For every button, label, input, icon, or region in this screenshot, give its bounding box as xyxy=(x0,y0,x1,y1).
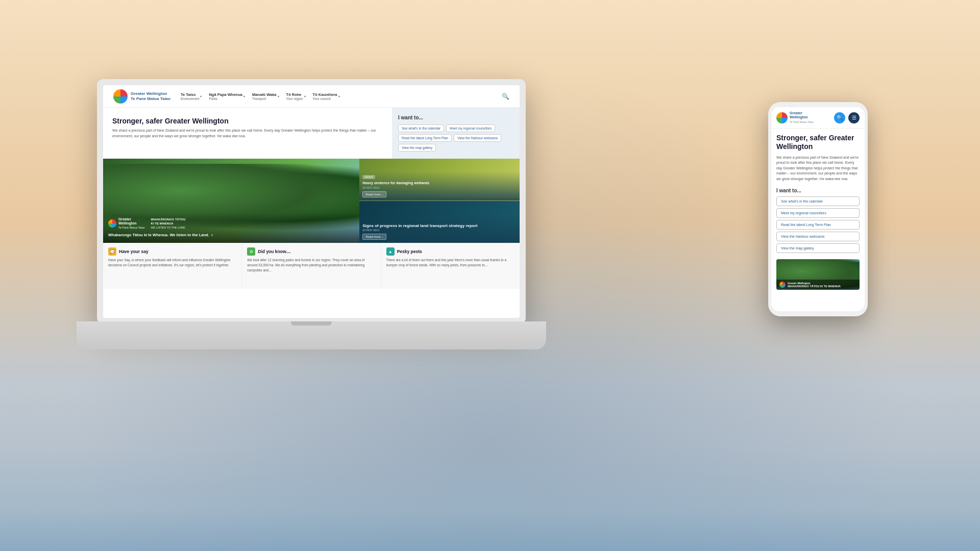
arrow-right-icon: › xyxy=(382,193,383,196)
news-date-2: 23 NOV 2021 xyxy=(362,229,517,232)
hero-cta-text: Whakarongo Tātou ki te Whenua. We listen… xyxy=(108,233,209,237)
info-card-header-1: 💬 Have your say xyxy=(108,247,236,256)
mobile-bezel: GreaterWellingtonTe Pane Matua Taiao 🔍 ☰… xyxy=(768,102,868,316)
logo-tagline: Te Pane Matua Taiao xyxy=(131,96,170,102)
i-want-label: I want to... xyxy=(398,115,513,120)
news-title-1: Heavy sentence for damaging wetlands xyxy=(362,181,517,185)
quick-link-long-term-plan[interactable]: Read the latest Long Term Plan xyxy=(398,134,452,142)
info-card-title-2: Did you know.... xyxy=(258,249,290,254)
hero-image-overlay: GreaterWellingtonTe Pane Matua Taiao WHA… xyxy=(103,212,359,243)
hero-cta[interactable]: Whakarongo Tātou ki te Whenua. We listen… xyxy=(108,232,354,238)
news-card-1-overlay: NEWS Heavy sentence for damaging wetland… xyxy=(359,159,520,201)
mobile-link-councillors[interactable]: Meet my regional councillors xyxy=(776,208,860,218)
arrow-right-icon-2: › xyxy=(382,235,383,238)
info-cards-row: 💬 Have your say Have your Say, is where … xyxy=(103,243,520,289)
quick-link-webcams[interactable]: View the Harbour webcams xyxy=(454,134,501,142)
nav-items: Te Taiso Environment ▾ Ngā Papa Whenua P… xyxy=(181,92,492,101)
nav-item-parks[interactable]: Ngā Papa Whenua Parks ▾ xyxy=(209,92,244,101)
mobile-link-long-term-plan[interactable]: Read the latest Long Term Plan xyxy=(776,220,860,230)
quick-link-map-gallery[interactable]: View the map gallery xyxy=(398,144,436,152)
mobile-quick-links: See what's in the calendar Meet my regio… xyxy=(776,196,860,253)
laptop-screen: Greater Wellington Te Pane Matua Taiao T… xyxy=(103,85,520,318)
hero-logo-text: GreaterWellingtonTe Pane Matua Taiao xyxy=(118,217,145,230)
quick-links: See what's in the calendar Meet my regio… xyxy=(398,124,513,152)
mobile-navigation: GreaterWellingtonTe Pane Matua Taiao 🔍 ☰ xyxy=(771,107,865,129)
mobile-nav-icons: 🔍 ☰ xyxy=(834,112,860,123)
hero-section: Stronger, safer Greater Wellington We sh… xyxy=(103,108,520,318)
nav-sub-council: Your council xyxy=(313,97,337,101)
laptop-base xyxy=(77,321,546,349)
hero-images-row: GreaterWellingtonTe Pane Matua Taiao WHA… xyxy=(103,159,520,243)
nav-sub-environment: Environment xyxy=(181,97,200,101)
logo-name: Greater Wellington xyxy=(131,91,170,96)
mobile-logo[interactable]: GreaterWellingtonTe Pane Matua Taiao xyxy=(776,111,814,124)
did-you-know-icon: ⚙ xyxy=(247,247,255,256)
i-want-to-panel: I want to... See what's in the calendar … xyxy=(392,108,520,159)
info-card-have-your-say[interactable]: 💬 Have your say Have your Say, is where … xyxy=(103,243,242,289)
nav-label-region: Tō Rohe xyxy=(286,92,303,97)
mobile-logo-circle-icon xyxy=(776,112,788,123)
nav-item-transport[interactable]: Manatū Waka Transport ▾ xyxy=(252,92,279,101)
hero-title: Stronger, safer Greater Wellington xyxy=(112,117,383,125)
nav-label-parks: Ngā Papa Whenua xyxy=(209,92,242,97)
read-more-label-2: Read more xyxy=(365,235,381,238)
hero-main-image[interactable]: GreaterWellingtonTe Pane Matua Taiao WHA… xyxy=(103,159,359,243)
info-card-text-1: Have your Say, is where your feedback wi… xyxy=(108,258,236,268)
logo-circle-icon xyxy=(113,89,128,104)
logo-text-block: Greater Wellington Te Pane Matua Taiao xyxy=(131,91,170,101)
news-cards-column: NEWS Heavy sentence for damaging wetland… xyxy=(359,159,520,243)
nav-sub-transport: Transport xyxy=(252,97,277,101)
info-card-title-1: Have your say xyxy=(119,249,149,254)
news-card-wetlands[interactable]: NEWS Heavy sentence for damaging wetland… xyxy=(359,159,520,201)
read-more-label-1: Read more xyxy=(365,193,381,196)
nav-sub-region: Your region xyxy=(286,97,303,101)
search-icon[interactable]: 🔍 xyxy=(502,93,509,100)
read-more-button-1[interactable]: Read more › xyxy=(362,191,386,197)
info-card-header-2: ⚙ Did you know.... xyxy=(247,247,375,256)
nav-item-region[interactable]: Tō Rohe Your region ▾ xyxy=(286,92,306,101)
chevron-down-icon-parks: ▾ xyxy=(243,94,245,98)
mobile-screen: GreaterWellingtonTe Pane Matua Taiao 🔍 ☰… xyxy=(771,107,865,311)
mobile-hero-title: Stronger, safer Greater Wellington xyxy=(776,134,860,151)
chevron-down-icon-transport: ▾ xyxy=(278,94,279,98)
mobile-search-button[interactable]: 🔍 xyxy=(834,112,845,123)
nav-label-transport: Manatū Waka xyxy=(252,92,277,97)
quick-link-councillors[interactable]: Meet my regional councillors xyxy=(446,124,495,132)
read-more-button-2[interactable]: Read more › xyxy=(362,234,386,240)
mobile-link-calendar[interactable]: See what's in the calendar xyxy=(776,196,860,206)
background-water xyxy=(0,449,980,551)
quick-link-calendar[interactable]: See what's in the calendar xyxy=(398,124,444,132)
mobile-hero-body: We share a precious part of New Zealand … xyxy=(776,155,860,182)
nav-item-council[interactable]: Tō Kaunihera Your council ▾ xyxy=(313,92,340,101)
nav-item-environment[interactable]: Te Taiso Environment ▾ xyxy=(181,92,202,101)
info-card-pesky-pests[interactable]: ▲ Pesky pests There are a lot of them ou… xyxy=(381,243,520,289)
chevron-down-icon: ▾ xyxy=(200,94,202,98)
info-card-title-3: Pesky pests xyxy=(397,249,422,254)
hero-text-area: Stronger, safer Greater Wellington We sh… xyxy=(103,108,392,159)
chevron-down-icon-region: ▾ xyxy=(304,94,306,98)
mobile-i-want-label: I want to... xyxy=(776,188,860,193)
laptop-mockup: Greater Wellington Te Pane Matua Taiao T… xyxy=(97,79,526,349)
mobile-mockup: GreaterWellingtonTe Pane Matua Taiao 🔍 ☰… xyxy=(768,102,868,316)
news-card-transport[interactable]: Signs of progress in regional land trans… xyxy=(359,201,520,243)
news-date-1: 29 NOV 2021 xyxy=(362,186,517,189)
pesky-pests-icon: ▲ xyxy=(386,247,395,256)
info-card-did-you-know[interactable]: ⚙ Did you know.... We look after 12 stun… xyxy=(242,243,381,289)
mobile-link-map-gallery[interactable]: View the map gallery xyxy=(776,243,860,253)
mobile-hero-bar-logo-icon xyxy=(779,282,786,288)
chevron-down-icon-council: ▾ xyxy=(338,94,340,98)
site-logo[interactable]: Greater Wellington Te Pane Matua Taiao xyxy=(113,89,170,104)
chevron-right-icon: › xyxy=(211,232,213,238)
hero-logo-circle-icon xyxy=(108,219,116,228)
info-card-text-2: We look after 12 stunning parks and fore… xyxy=(247,258,375,272)
hero-top: Stronger, safer Greater Wellington We sh… xyxy=(103,108,520,159)
have-your-say-icon: 💬 xyxy=(108,247,116,256)
mobile-link-webcams[interactable]: View the Harbour webcams xyxy=(776,232,860,241)
mobile-logo-text: GreaterWellingtonTe Pane Matua Taiao xyxy=(790,111,814,124)
nav-label-council: Tō Kaunihera xyxy=(313,92,337,97)
mobile-hero-img-bar: Greater Wellington WHAKĀRONGO TĀTOU KI T… xyxy=(776,280,860,290)
mobile-menu-button[interactable]: ☰ xyxy=(848,112,860,123)
site-navigation: Greater Wellington Te Pane Matua Taiao T… xyxy=(103,85,520,108)
news-tag-1: NEWS xyxy=(362,175,375,179)
nav-label-environment: Te Taiso xyxy=(181,92,200,97)
